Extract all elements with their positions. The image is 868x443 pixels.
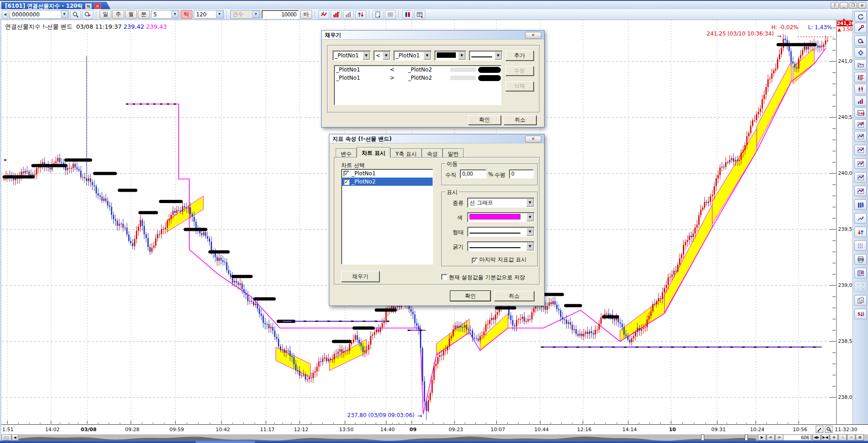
collapse-horizontal-icon[interactable]: ▶◀ xyxy=(821,434,829,441)
trend-arrow-icon[interactable] xyxy=(854,213,867,224)
checkbox-checked-icon[interactable]: ✓ xyxy=(343,171,349,177)
last-value-checkbox[interactable]: ✓ 마지막 지표값 표시 xyxy=(472,256,526,264)
color-combo[interactable]: ▼ xyxy=(467,212,535,222)
rewind-button[interactable]: ≪ xyxy=(767,434,775,441)
dot-grid-icon[interactable] xyxy=(854,240,867,251)
new-page-icon[interactable] xyxy=(373,10,384,19)
expand-horizontal-icon[interactable]: ◀▶ xyxy=(812,434,821,441)
shape-combo[interactable]: ▼ xyxy=(467,227,535,237)
tab-1[interactable]: 차트 표시 xyxy=(357,147,390,158)
weight-combo[interactable]: ▼ xyxy=(467,241,535,251)
fill-style-combo[interactable]: ▼ xyxy=(469,51,503,61)
fill-condition-row[interactable]: _PlotNo1 > _PlotNo2 xyxy=(334,74,501,82)
zoom-in-icon[interactable]: ⊕ xyxy=(830,434,838,441)
fill-button[interactable]: 채우기 xyxy=(341,271,379,282)
maximize-button[interactable]: ❐ xyxy=(849,2,857,9)
tool-wrench-icon[interactable] xyxy=(854,23,867,33)
open-folder-icon[interactable] xyxy=(854,59,867,70)
chevron-down-icon[interactable]: ▼ xyxy=(383,51,390,60)
updown-arrows-icon[interactable] xyxy=(854,227,867,237)
save-default-checkbox[interactable]: 현재 설정값을 기본값으로 저장 xyxy=(441,274,525,281)
split-view-icon[interactable] xyxy=(402,10,413,19)
tab-3[interactable]: 속성 xyxy=(422,148,443,158)
minute-combo[interactable]: 5▼ xyxy=(151,10,179,19)
checkbox-checked-icon[interactable]: ✓ xyxy=(343,179,349,185)
search-jump-icon[interactable] xyxy=(82,10,93,19)
alert-bars-icon[interactable]: ! xyxy=(331,10,342,19)
checkbox-unchecked-icon[interactable] xyxy=(441,274,447,280)
bar-unit-button[interactable]: 바 xyxy=(300,10,312,19)
tab-swap-icon[interactable]: ⇆ xyxy=(85,3,92,9)
sort-updown-icon[interactable]: S xyxy=(854,309,867,319)
chevron-down-icon[interactable]: ▼ xyxy=(61,11,68,18)
fill-conditions-list[interactable]: _PlotNo1 < _PlotNo2 _PlotNo1 > _PlotNo2 xyxy=(334,65,501,105)
chevron-down-icon[interactable]: ▼ xyxy=(526,199,534,207)
column-grid-icon[interactable] xyxy=(854,199,867,210)
percent-chart-icon[interactable]: % xyxy=(854,131,867,142)
system-gear-icon[interactable] xyxy=(854,47,867,58)
fill-left-plot-combo[interactable]: _PlotNo1▼ xyxy=(333,51,371,61)
fill-dialog-titlebar[interactable]: 채우기 xyxy=(322,31,544,40)
magnifier-icon[interactable] xyxy=(825,426,833,433)
fill-right-plot-combo[interactable]: _PlotNo1▼ xyxy=(394,51,432,61)
day-button[interactable]: 일 xyxy=(100,10,111,19)
refresh-icon[interactable] xyxy=(854,11,867,22)
candle-chart-icon[interactable] xyxy=(854,84,867,94)
prop-dialog-titlebar[interactable]: 지표 속성 (!-선물 밴드) xyxy=(329,134,544,143)
ok-button[interactable]: 확인 xyxy=(468,115,501,125)
grid-corner-icon[interactable] xyxy=(414,10,425,19)
close-icon[interactable]: ✕ xyxy=(525,136,541,143)
play-button[interactable]: ▶ xyxy=(758,434,766,441)
tab-close-icon[interactable]: ✕ xyxy=(94,3,101,9)
printer-icon[interactable] xyxy=(854,254,867,265)
ratio-chart-icon[interactable]: % xyxy=(854,186,867,196)
fill-condition-row[interactable]: _PlotNo1 < _PlotNo2 xyxy=(334,66,501,74)
scroll-left-button[interactable]: ◀ xyxy=(12,434,18,441)
chevron-down-icon[interactable]: ▼ xyxy=(526,242,534,250)
tab-4[interactable]: 일반 xyxy=(443,148,464,158)
visible-count-input[interactable] xyxy=(783,434,811,441)
range-handle-left[interactable] xyxy=(701,434,704,441)
type-combo[interactable]: 선 그래프▼ xyxy=(467,198,535,208)
chevron-down-icon[interactable]: ▼ xyxy=(526,228,534,236)
volume-bars-icon[interactable] xyxy=(854,96,867,106)
panel-p-icon[interactable]: P xyxy=(854,268,867,278)
high-low-chart-icon[interactable]: HL xyxy=(854,119,867,130)
toolbar-splitter[interactable]: ◀ xyxy=(2,10,8,19)
chevron-down-icon[interactable]: ▼ xyxy=(458,51,465,60)
plot-list-item[interactable]: ✓_PlotNo1 xyxy=(342,169,433,178)
vertical-input[interactable] xyxy=(460,169,486,178)
gray-bars-icon[interactable] xyxy=(343,10,354,19)
close-icon[interactable]: ✕ xyxy=(525,32,541,39)
cancel-button[interactable]: 취소 xyxy=(494,291,534,301)
tick-count-combo[interactable]: 120▼ xyxy=(194,10,224,19)
forward-button[interactable]: ≫ xyxy=(775,434,783,441)
compare-chart-icon[interactable]: C xyxy=(854,158,867,169)
tick-button[interactable]: 틱 xyxy=(181,10,192,19)
chevron-down-icon[interactable]: ▼ xyxy=(495,51,502,60)
symbol-combo[interactable]: 00000000▼ xyxy=(10,10,69,19)
sort-arrows-icon[interactable] xyxy=(355,10,366,19)
fill-color-combo[interactable]: ▼ xyxy=(434,51,466,61)
fill-operator-combo[interactable]: <▼ xyxy=(373,51,391,61)
tab-2[interactable]: Y축 표시 xyxy=(390,148,422,158)
close-panel-icon[interactable]: ⊠ xyxy=(856,434,864,441)
indicator-wizard-icon[interactable] xyxy=(854,36,867,46)
zigzag-check-icon[interactable] xyxy=(318,10,329,19)
chevron-down-icon[interactable]: ▼ xyxy=(216,11,223,18)
chevron-down-icon[interactable]: ▼ xyxy=(424,51,431,60)
ok-button[interactable]: 확인 xyxy=(450,291,490,301)
help-button[interactable]: ? xyxy=(831,2,839,9)
pencil-icon[interactable] xyxy=(816,426,823,433)
chevron-down-icon[interactable]: ▼ xyxy=(172,11,178,18)
minimize-button[interactable]: _ xyxy=(840,2,848,9)
week-button[interactable]: 주 xyxy=(112,10,124,19)
screen-resize-icon[interactable] xyxy=(854,281,867,292)
copy-page-icon[interactable]: A xyxy=(854,295,867,306)
bar-count-input[interactable] xyxy=(262,10,299,19)
checkbox-checked-icon[interactable]: ✓ xyxy=(472,258,478,264)
line-signal-icon[interactable] xyxy=(854,145,867,155)
horizontal-input[interactable] xyxy=(509,169,534,178)
chevron-down-icon[interactable]: ▼ xyxy=(363,51,370,60)
minute-button[interactable]: 분 xyxy=(138,10,150,19)
